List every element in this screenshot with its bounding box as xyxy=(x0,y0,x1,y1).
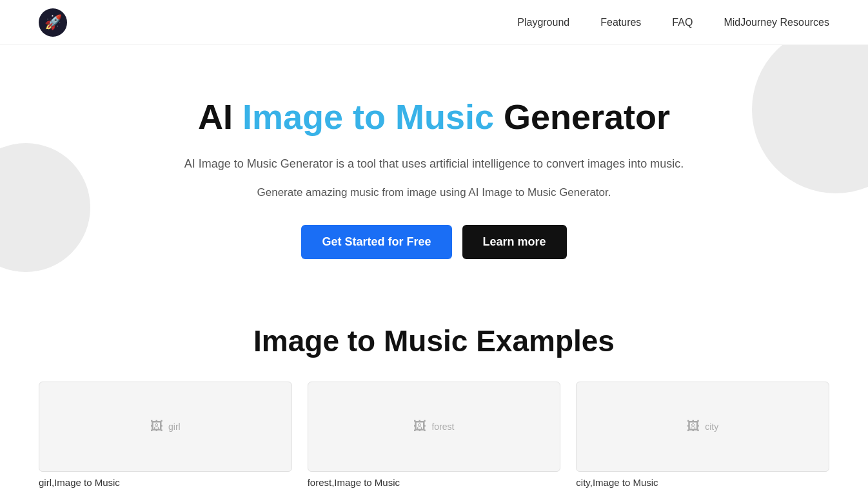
nav-link-playground[interactable]: Playground xyxy=(517,17,569,28)
decorative-circle-bottom-left xyxy=(0,143,90,272)
broken-image-icon: 🖼 xyxy=(150,419,163,434)
hero-buttons: Get Started for Free Learn more xyxy=(176,225,692,259)
nav-link-midjourney[interactable]: MidJourney Resources xyxy=(724,17,829,28)
examples-grid: 🖼 girl girl,Image to Music 🖼 forest fore… xyxy=(39,382,829,488)
navbar: 🚀 Playground Features FAQ MidJourney Res… xyxy=(0,0,868,45)
nav-link-faq[interactable]: FAQ xyxy=(672,17,693,28)
example-image-girl: 🖼 girl xyxy=(39,382,292,472)
hero-section: AI Image to Music Generator AI Image to … xyxy=(0,45,868,298)
example-card-city: 🖼 city city,Image to Music xyxy=(576,382,829,488)
hero-description: AI Image to Music Generator is a tool th… xyxy=(176,155,692,173)
hero-tagline: Generate amazing music from image using … xyxy=(176,186,692,199)
get-started-button[interactable]: Get Started for Free xyxy=(301,225,451,259)
example-card-girl: 🖼 girl girl,Image to Music xyxy=(39,382,292,488)
hero-title: AI Image to Music Generator xyxy=(176,97,692,137)
example-label-girl: girl,Image to Music xyxy=(39,477,292,488)
examples-section: Image to Music Examples 🖼 girl girl,Imag… xyxy=(0,298,868,495)
example-image-city: 🖼 city xyxy=(576,382,829,472)
broken-image-icon-city: 🖼 xyxy=(687,419,700,434)
image-placeholder-city: 🖼 city xyxy=(687,419,718,434)
decorative-circle-top-right xyxy=(752,45,868,193)
image-placeholder-girl: 🖼 girl xyxy=(150,419,181,434)
hero-content: AI Image to Music Generator AI Image to … xyxy=(176,97,692,259)
logo-icon: 🚀 xyxy=(39,8,67,37)
example-image-forest: 🖼 forest xyxy=(308,382,561,472)
broken-image-icon-forest: 🖼 xyxy=(413,419,426,434)
image-alt-girl: girl xyxy=(168,422,181,432)
learn-more-button[interactable]: Learn more xyxy=(462,225,567,259)
image-placeholder-forest: 🖼 forest xyxy=(413,419,454,434)
example-label-forest: forest,Image to Music xyxy=(308,477,561,488)
image-alt-forest: forest xyxy=(431,422,454,432)
example-card-forest: 🖼 forest forest,Image to Music xyxy=(308,382,561,488)
hero-title-suffix: Generator xyxy=(494,97,670,136)
nav-links: Playground Features FAQ MidJourney Resou… xyxy=(517,17,829,28)
example-label-city: city,Image to Music xyxy=(576,477,829,488)
image-alt-city: city xyxy=(705,422,718,432)
nav-link-features[interactable]: Features xyxy=(600,17,641,28)
logo-link[interactable]: 🚀 xyxy=(39,8,67,37)
hero-title-prefix: AI xyxy=(198,97,242,136)
hero-title-highlight: Image to Music xyxy=(242,97,494,136)
examples-title: Image to Music Examples xyxy=(39,324,829,358)
